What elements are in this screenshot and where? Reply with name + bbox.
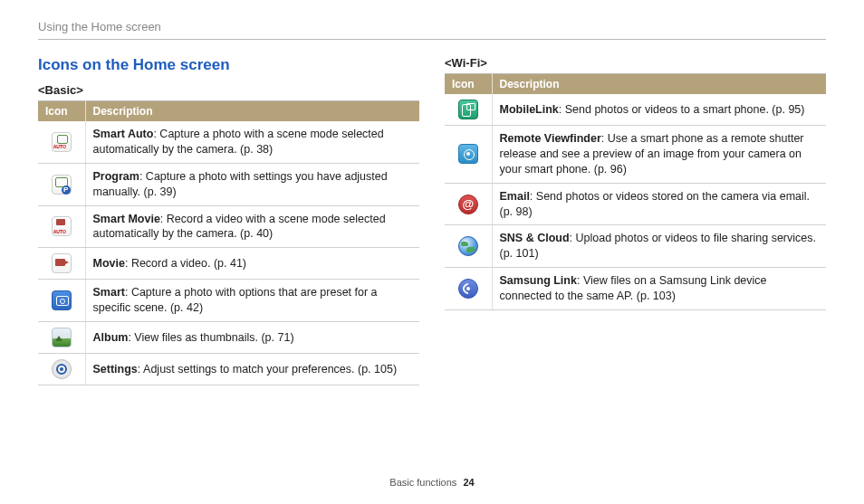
row-description: Movie: Record a video. (p. 41) <box>85 248 419 280</box>
wifi-header-icon: Icon <box>445 74 492 95</box>
section-title: Icons on the Home screen <box>38 56 419 74</box>
row-icon-cell <box>38 322 85 354</box>
row-term: Smart Movie <box>93 213 160 225</box>
row-description: Settings: Adjust settings to match your … <box>85 354 419 385</box>
remote-viewfinder-icon <box>458 144 478 164</box>
content-columns: Icons on the Home screen <Basic> Icon De… <box>38 56 826 385</box>
smart-movie-icon <box>52 216 72 236</box>
table-row: Smart Auto: Capture a photo with a scene… <box>38 121 419 163</box>
row-term: Email <box>500 190 530 203</box>
footer-section: Basic functions <box>389 477 456 488</box>
row-term: Smart Auto <box>93 128 154 140</box>
row-icon-cell <box>445 126 492 184</box>
row-icon-cell <box>445 225 492 268</box>
smart-icon <box>52 290 72 310</box>
header-rule <box>38 39 826 40</box>
row-text: : View files as thumbnails. (p. 71) <box>128 331 293 344</box>
email-icon <box>458 195 478 214</box>
row-icon-cell <box>38 354 85 385</box>
row-icon-cell <box>38 163 85 205</box>
row-description: Album: View files as thumbnails. (p. 71) <box>85 322 419 354</box>
column-left: Icons on the Home screen <Basic> Icon De… <box>38 56 419 385</box>
row-description: Email: Send photos or videos stored on t… <box>492 183 826 225</box>
row-description: Smart: Capture a photo with options that… <box>85 280 419 322</box>
table-row: SNS & Cloud: Upload photos or videos to … <box>445 225 826 268</box>
smart-auto-icon <box>52 132 72 152</box>
row-text: : Send photos or videos stored on the ca… <box>500 190 811 218</box>
row-description: Remote Viewfinder: Use a smart phone as … <box>492 126 826 184</box>
settings-icon <box>52 359 72 379</box>
row-description: MobileLink: Send photos or videos to a s… <box>492 94 826 126</box>
row-description: Smart Movie: Record a video with a scene… <box>85 205 419 248</box>
table-row: Samsung Link: View files on a Samsung Li… <box>445 268 826 310</box>
table-row: Movie: Record a video. (p. 41) <box>38 248 419 280</box>
table-row: Album: View files as thumbnails. (p. 71) <box>38 322 419 354</box>
table-row: MobileLink: Send photos or videos to a s… <box>445 94 826 126</box>
basic-header-icon: Icon <box>38 101 85 122</box>
movie-icon <box>52 253 72 273</box>
table-row: Settings: Adjust settings to match your … <box>38 354 419 385</box>
row-description: Smart Auto: Capture a photo with a scene… <box>85 121 419 163</box>
column-right: <Wi-Fi> Icon Description MobileLink: Sen… <box>445 56 826 385</box>
row-icon-cell <box>445 268 492 310</box>
row-icon-cell <box>445 94 492 126</box>
row-icon-cell <box>445 183 492 225</box>
row-term: Remote Viewfinder <box>500 132 601 145</box>
row-text: : Capture a photo with options that are … <box>93 286 378 314</box>
program-icon <box>52 175 72 195</box>
mobilelink-icon <box>458 100 478 119</box>
table-row: Email: Send photos or videos stored on t… <box>445 183 826 225</box>
row-term: Samsung Link <box>500 274 577 287</box>
row-icon-cell <box>38 121 85 163</box>
row-icon-cell <box>38 205 85 248</box>
wifi-header-description: Description <box>492 74 826 95</box>
table-row: Remote Viewfinder: Use a smart phone as … <box>445 126 826 184</box>
album-icon <box>52 328 72 347</box>
page: { "breadcrumb": "Using the Home screen",… <box>0 0 864 504</box>
row-icon-cell <box>38 248 85 280</box>
row-description: Program: Capture a photo with settings y… <box>85 163 419 205</box>
table-row: Smart: Capture a photo with options that… <box>38 280 419 322</box>
footer-page-number: 24 <box>463 477 474 488</box>
table-row: Smart Movie: Record a video with a scene… <box>38 205 419 248</box>
row-term: MobileLink <box>500 103 559 116</box>
row-text: : Record a video. (p. 41) <box>125 257 246 270</box>
samsung-link-icon <box>458 279 478 299</box>
row-term: Program <box>93 170 139 183</box>
basic-heading: <Basic> <box>38 83 419 97</box>
basic-table: Icon Description Smart Auto: Capture a p… <box>38 100 419 385</box>
row-description: SNS & Cloud: Upload photos or videos to … <box>492 225 826 268</box>
basic-header-description: Description <box>85 101 419 122</box>
page-footer: Basic functions 24 <box>0 477 864 488</box>
wifi-heading: <Wi-Fi> <box>445 56 826 70</box>
row-term: Movie <box>93 257 125 270</box>
row-text: : Adjust settings to match your preferen… <box>138 363 397 376</box>
row-description: Samsung Link: View files on a Samsung Li… <box>492 268 826 310</box>
row-icon-cell <box>38 280 85 322</box>
row-text: : Send photos or videos to a smart phone… <box>559 103 805 116</box>
sns-cloud-icon <box>458 236 478 256</box>
row-term: Settings <box>93 363 138 376</box>
table-row: Program: Capture a photo with settings y… <box>38 163 419 205</box>
row-term: SNS & Cloud <box>500 232 570 244</box>
row-term: Smart <box>93 286 125 299</box>
breadcrumb: Using the Home screen <box>38 20 826 33</box>
row-term: Album <box>93 331 129 344</box>
wifi-table: Icon Description MobileLink: Send photos… <box>445 73 826 310</box>
